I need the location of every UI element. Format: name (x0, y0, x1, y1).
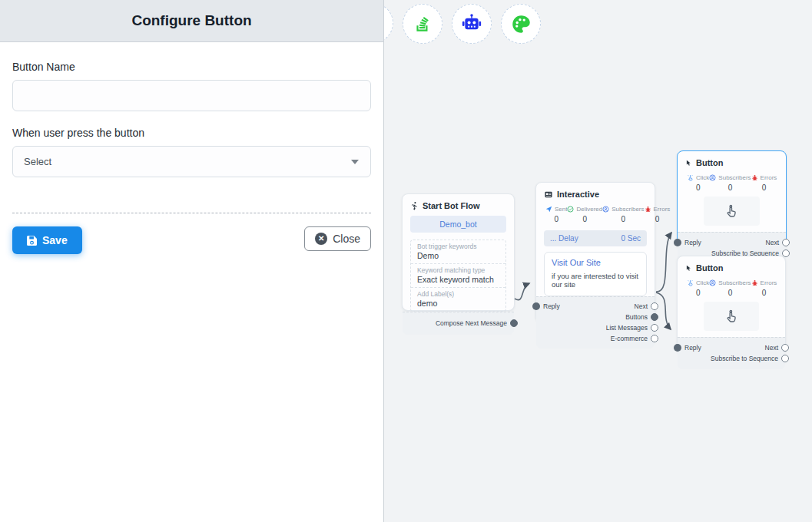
stat-value: 0 (645, 215, 671, 223)
field-label: Bot trigger keywords (417, 243, 499, 250)
send-icon (545, 206, 552, 213)
start-node-header: Start Bot Flow (403, 194, 514, 214)
stat-value: 0 (687, 183, 709, 192)
stat-errors: Errors 0 (751, 279, 777, 297)
start-node-fields: Bot trigger keywords Demo Keyword matchi… (410, 240, 506, 312)
button-node-header: Button (678, 151, 786, 171)
button-node-header: Button (678, 256, 785, 276)
buttons-output-handle[interactable] (651, 313, 658, 321)
person-circle-icon (709, 174, 716, 181)
reply-label: Reply (684, 344, 701, 352)
start-node-body: Demo_bot Bot trigger keywords Demo Keywo… (403, 214, 514, 312)
close-button[interactable]: ✕ Close (304, 226, 371, 251)
stat-label: Errors (761, 279, 777, 286)
card-icon (544, 190, 553, 199)
field-value: Demo (417, 251, 499, 260)
message-body: if you are interested to visit our site (552, 272, 639, 289)
ecommerce-output-label: E-commerce (611, 335, 648, 342)
next-output-label: Next (765, 344, 778, 352)
save-button[interactable]: Save (12, 226, 82, 254)
field-trigger-keywords: Bot trigger keywords Demo (411, 240, 505, 264)
subscribe-sequence-output-handle[interactable] (781, 355, 789, 362)
person-circle-icon (709, 279, 716, 286)
reply-input-handle[interactable] (532, 302, 540, 310)
ecommerce-output-handle[interactable] (651, 335, 658, 342)
start-node-title: Start Bot Flow (423, 201, 480, 210)
stat-subscribers: Subscribers 0 (709, 279, 751, 297)
next-output-handle[interactable] (782, 239, 790, 246)
reply-label: Reply (684, 239, 701, 246)
hand-pointer-icon (724, 309, 739, 324)
cursor-icon (685, 264, 692, 273)
button-name-input[interactable] (12, 80, 371, 111)
stat-value: 0 (687, 289, 709, 297)
stat-label: Click (696, 279, 709, 286)
toolbar-bot-button[interactable] (452, 4, 492, 44)
next-output-label: Next (635, 302, 648, 310)
reply-label: Reply (543, 302, 560, 310)
close-icon: ✕ (315, 233, 327, 245)
reply-input-handle[interactable] (674, 239, 681, 246)
stat-subscribers: Subscribers 0 (602, 206, 644, 223)
close-button-label: Close (333, 233, 360, 245)
toolbar-circle-hidden[interactable] (384, 3, 393, 43)
field-value: demo (417, 299, 499, 308)
stat-label: Subscribers (611, 206, 644, 213)
click-icon (687, 174, 694, 181)
interactive-message-card[interactable]: Visit Our Site if you are interested to … (544, 252, 647, 296)
button-preview (704, 302, 759, 331)
interactive-node[interactable]: Interactive Sent 0 Delivered (535, 182, 655, 322)
start-bot-flow-node[interactable]: Start Bot Flow Demo_bot Bot trigger keyw… (402, 193, 515, 311)
flow-canvas[interactable]: Start Bot Flow Demo_bot Bot trigger keyw… (384, 0, 812, 522)
check-circle-icon (567, 206, 574, 213)
edge-start-to-interactive (515, 283, 529, 300)
page-title: Configure Button (131, 12, 251, 29)
stat-label: Sent (555, 206, 567, 213)
button-name-label: Button Name (12, 61, 371, 73)
button-node-body: Click 0 Subscribers 0 (678, 276, 785, 337)
edge-buttons-to-button1 (656, 233, 671, 292)
subscribe-sequence-output-label: Subscribe to Sequence (711, 355, 778, 362)
edge-buttons-to-button2 (656, 292, 671, 329)
delay-bar[interactable]: ... Delay 0 Sec (544, 230, 647, 246)
toolbar-theme-button[interactable] (501, 4, 541, 44)
click-icon (687, 279, 694, 286)
next-output-handle[interactable] (651, 302, 658, 310)
next-output-handle[interactable] (781, 344, 789, 352)
person-circle-icon (602, 206, 609, 213)
hand-pointer-icon (724, 204, 739, 219)
field-matching-type: Keyword matching type Exact keyword matc… (411, 264, 505, 288)
list-messages-output-handle[interactable] (651, 324, 658, 332)
reply-input-handle[interactable] (674, 344, 681, 352)
stat-value: 0 (751, 183, 777, 192)
stat-value: 0 (567, 215, 602, 223)
buttons-output-label: Buttons (625, 313, 648, 321)
button-node-1[interactable]: Button Click 0 Subscribers (677, 150, 787, 249)
bug-icon (751, 279, 758, 286)
press-action-select[interactable]: Select (12, 146, 371, 177)
stat-label: Errors (654, 206, 671, 213)
button-node-2[interactable]: Button Click 0 Subscribers (677, 256, 786, 355)
compose-output-handle[interactable] (510, 319, 518, 327)
running-person-icon (410, 201, 419, 210)
save-icon (27, 236, 37, 246)
stat-errors: Errors 0 (645, 206, 671, 223)
stat-value: 0 (709, 289, 751, 297)
interactive-node-title: Interactive (557, 190, 599, 199)
configure-button-panel: Configure Button Button Name When user p… (0, 0, 384, 522)
interactive-node-body: Sent 0 Delivered 0 Sub (536, 203, 655, 296)
toolbar-stack-button[interactable] (403, 4, 442, 44)
bot-name-badge: Demo_bot (410, 216, 506, 233)
stat-value: 0 (709, 183, 751, 192)
start-node-footer: Compose Next Message (403, 312, 514, 335)
button-node-footer: Reply Next Subscribe to Sequence (678, 337, 785, 369)
robot-icon (461, 13, 482, 35)
stat-click: Click 0 (687, 279, 709, 297)
list-messages-output-label: List Messages (606, 324, 648, 332)
stat-label: Click (696, 174, 709, 181)
bug-icon (645, 206, 651, 213)
bug-icon (751, 174, 758, 181)
interactive-stats: Sent 0 Delivered 0 Sub (544, 203, 647, 225)
button-preview (704, 197, 760, 226)
stat-label: Subscribers (718, 174, 751, 181)
